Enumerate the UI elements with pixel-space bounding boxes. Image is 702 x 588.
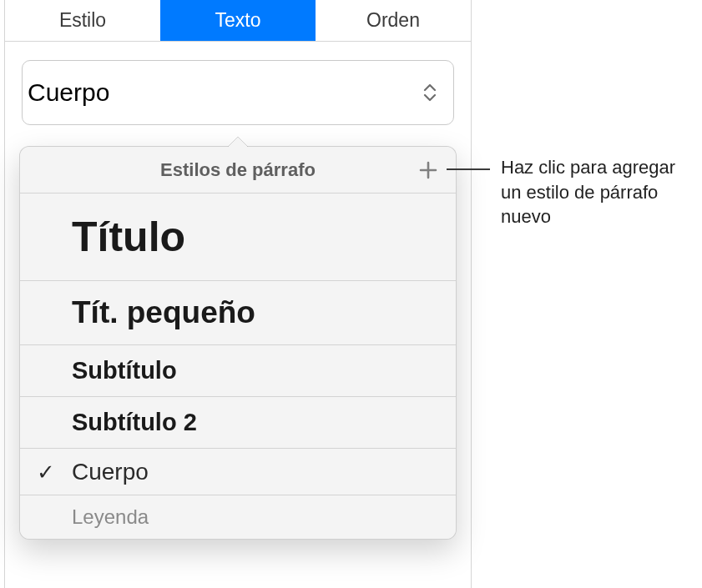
style-item-label: Cuerpo [72, 459, 149, 485]
tab-orden[interactable]: Orden [316, 0, 471, 41]
callout-text: Haz clic para agregar un estilo de párra… [501, 155, 693, 229]
style-item-label: Tít. pequeño [72, 295, 255, 330]
add-style-button[interactable] [414, 156, 442, 184]
paragraph-style-select-label: Cuerpo [28, 78, 109, 107]
style-item-label: Título [72, 213, 185, 261]
style-item-tit-pequeno[interactable]: Tít. pequeño [20, 281, 456, 345]
style-select-container: Cuerpo [5, 42, 471, 125]
select-chevron-icon [423, 83, 437, 102]
callout-line [447, 168, 490, 170]
tab-texto[interactable]: Texto [160, 0, 316, 41]
style-item-leyenda[interactable]: Leyenda [20, 495, 456, 539]
style-item-label: Leyenda [72, 505, 149, 529]
plus-icon [418, 160, 438, 180]
popover-header: Estilos de párrafo [20, 147, 456, 193]
style-item-subtitulo-2[interactable]: Subtítulo 2 [20, 397, 456, 449]
style-item-subtitulo[interactable]: Subtítulo [20, 345, 456, 397]
tab-bar: Estilo Texto Orden [5, 0, 471, 42]
style-item-label: Subtítulo 2 [72, 409, 197, 436]
style-list: Título Tít. pequeño Subtítulo Subtítulo … [20, 193, 456, 539]
style-item-titulo[interactable]: Título [20, 193, 456, 281]
paragraph-styles-popover: Estilos de párrafo Título Tít. pequeño S… [19, 146, 457, 540]
style-item-cuerpo[interactable]: ✓ Cuerpo [20, 449, 456, 495]
paragraph-style-select[interactable]: Cuerpo [22, 60, 454, 125]
tab-estilo[interactable]: Estilo [5, 0, 160, 41]
popover-title: Estilos de párrafo [160, 159, 316, 181]
style-item-label: Subtítulo [72, 357, 177, 384]
checkmark-icon: ✓ [37, 459, 55, 485]
